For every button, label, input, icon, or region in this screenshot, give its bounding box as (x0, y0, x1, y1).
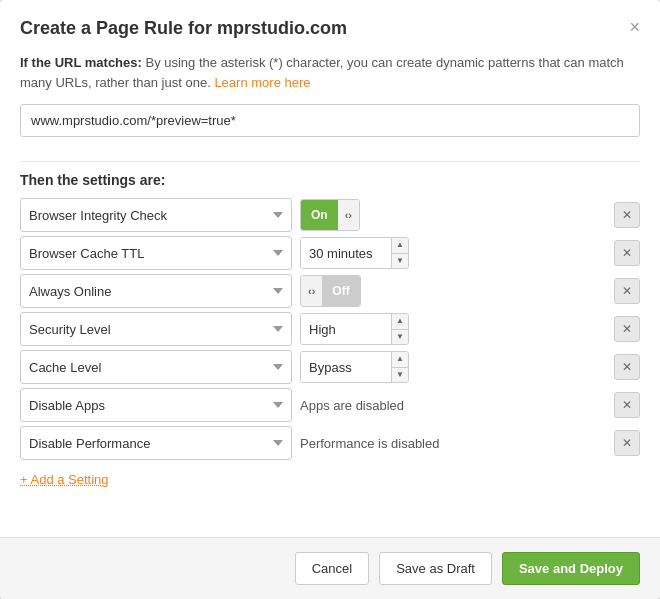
save-draft-button[interactable]: Save as Draft (379, 552, 492, 585)
toggle-off-button[interactable]: Off (322, 276, 359, 306)
setting-row-security-level: Security Level High ▲ ▼ ✕ (20, 312, 640, 346)
cache-level-up-arrow[interactable]: ▲ (392, 352, 408, 368)
divider (20, 161, 640, 162)
browser-cache-ttl-down-arrow[interactable]: ▼ (392, 254, 408, 269)
browser-cache-ttl-up-arrow[interactable]: ▲ (392, 238, 408, 254)
cache-level-arrows: ▲ ▼ (391, 352, 408, 382)
value-area-security-level: High ▲ ▼ (300, 313, 606, 345)
modal-body: If the URL matches: By using the asteris… (0, 53, 660, 537)
security-level-value-select[interactable]: High (301, 314, 391, 344)
toggle-code-button[interactable]: ‹› (338, 200, 359, 230)
value-select-wrapper-cache-level: Bypass ▲ ▼ (300, 351, 409, 383)
value-select-wrapper-browser-cache-ttl: 30 minutes ▲ ▼ (300, 237, 409, 269)
value-select-wrapper-security-level: High ▲ ▼ (300, 313, 409, 345)
value-area-disable-performance: Performance is disabled (300, 436, 606, 451)
toggle-group-browser-integrity-check: On ‹› (300, 199, 360, 231)
learn-more-link[interactable]: Learn more here (214, 75, 310, 90)
close-button[interactable]: × (629, 18, 640, 36)
setting-row-always-online: Always Online ‹› Off ✕ (20, 274, 640, 308)
url-input[interactable] (20, 104, 640, 137)
setting-select-browser-integrity-check[interactable]: Browser Integrity Check (20, 198, 292, 232)
modal-footer: Cancel Save as Draft Save and Deploy (0, 537, 660, 599)
browser-cache-ttl-value-select[interactable]: 30 minutes (301, 238, 391, 268)
setting-row-cache-level: Cache Level Bypass ▲ ▼ ✕ (20, 350, 640, 384)
browser-cache-ttl-arrows: ▲ ▼ (391, 238, 408, 268)
add-setting-button[interactable]: + Add a Setting (20, 464, 109, 491)
create-page-rule-modal: Create a Page Rule for mprstudio.com × I… (0, 0, 660, 599)
settings-section-label: Then the settings are: (20, 172, 640, 188)
setting-row-browser-integrity-check: Browser Integrity Check On ‹› ✕ (20, 198, 640, 232)
remove-button-disable-apps[interactable]: ✕ (614, 392, 640, 418)
modal-title: Create a Page Rule for mprstudio.com (20, 18, 347, 39)
remove-button-always-online[interactable]: ✕ (614, 278, 640, 304)
toggle-code-left-button[interactable]: ‹› (301, 276, 322, 306)
cancel-button[interactable]: Cancel (295, 552, 369, 585)
setting-select-security-level[interactable]: Security Level (20, 312, 292, 346)
remove-button-browser-cache-ttl[interactable]: ✕ (614, 240, 640, 266)
value-area-browser-integrity-check: On ‹› (300, 199, 606, 231)
modal-header: Create a Page Rule for mprstudio.com × (0, 0, 660, 53)
value-area-browser-cache-ttl: 30 minutes ▲ ▼ (300, 237, 606, 269)
value-area-disable-apps: Apps are disabled (300, 398, 606, 413)
toggle-group-always-online: ‹› Off (300, 275, 361, 307)
save-deploy-button[interactable]: Save and Deploy (502, 552, 640, 585)
cache-level-down-arrow[interactable]: ▼ (392, 368, 408, 383)
url-info-text: If the URL matches: By using the asteris… (20, 53, 640, 92)
disable-apps-static-value: Apps are disabled (300, 398, 404, 413)
url-info-prefix: If the URL matches: (20, 55, 142, 70)
setting-row-disable-performance: Disable Performance Performance is disab… (20, 426, 640, 460)
remove-button-disable-performance[interactable]: ✕ (614, 430, 640, 456)
setting-row-disable-apps: Disable Apps Apps are disabled ✕ (20, 388, 640, 422)
cache-level-value-select[interactable]: Bypass (301, 352, 391, 382)
setting-select-disable-performance[interactable]: Disable Performance (20, 426, 292, 460)
remove-button-security-level[interactable]: ✕ (614, 316, 640, 342)
setting-select-cache-level[interactable]: Cache Level (20, 350, 292, 384)
security-level-down-arrow[interactable]: ▼ (392, 330, 408, 345)
setting-row-browser-cache-ttl: Browser Cache TTL 30 minutes ▲ ▼ ✕ (20, 236, 640, 270)
security-level-up-arrow[interactable]: ▲ (392, 314, 408, 330)
setting-select-browser-cache-ttl[interactable]: Browser Cache TTL (20, 236, 292, 270)
setting-select-disable-apps[interactable]: Disable Apps (20, 388, 292, 422)
value-area-always-online: ‹› Off (300, 275, 606, 307)
setting-select-always-online[interactable]: Always Online (20, 274, 292, 308)
remove-button-cache-level[interactable]: ✕ (614, 354, 640, 380)
security-level-arrows: ▲ ▼ (391, 314, 408, 344)
toggle-on-button[interactable]: On (301, 200, 338, 230)
remove-button-browser-integrity-check[interactable]: ✕ (614, 202, 640, 228)
value-area-cache-level: Bypass ▲ ▼ (300, 351, 606, 383)
disable-performance-static-value: Performance is disabled (300, 436, 439, 451)
